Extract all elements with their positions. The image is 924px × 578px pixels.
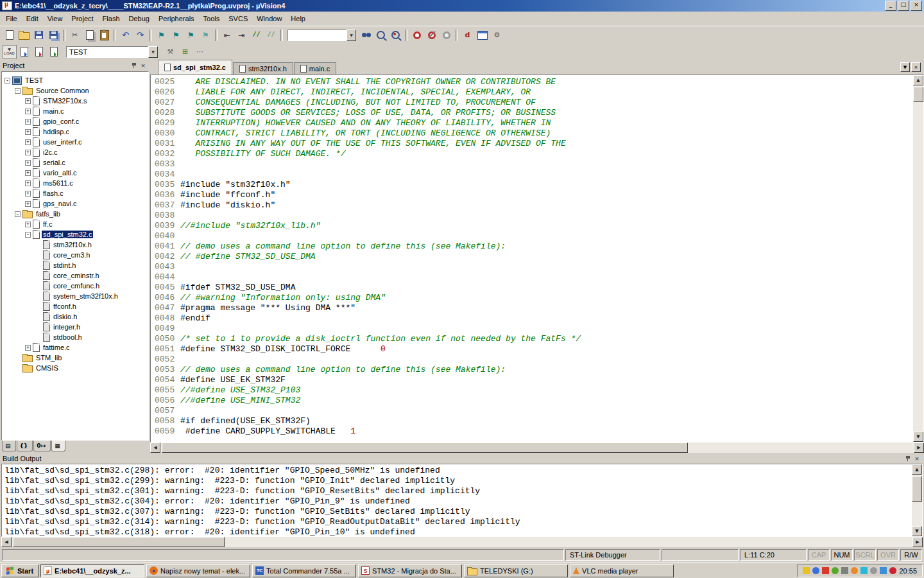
code-line[interactable]: 0049	[151, 323, 912, 333]
panel-tab-tem[interactable]: 0↦	[33, 441, 51, 451]
tree-item-gps_navi.c[interactable]: +gps_navi.c	[2, 198, 148, 209]
target-select-combobox[interactable]: TEST ▼	[66, 46, 158, 58]
close-file-button[interactable]: ×	[911, 62, 921, 72]
redo-button[interactable]: ↷	[133, 28, 148, 42]
tray-icon-3[interactable]	[822, 567, 829, 574]
bookmark-clear-button[interactable]: ⚑	[198, 28, 213, 42]
tree-item-system_stm32f10x.h[interactable]: system_stm32f10x.h	[2, 291, 148, 301]
menu-peripherals[interactable]: Peripherals	[154, 12, 199, 25]
tab-stm32f10x.h[interactable]: stm32f10x.h	[233, 62, 293, 74]
scroll-down-button[interactable]: ▼	[913, 432, 923, 442]
tree-item-stdint.h[interactable]: stdint.h	[2, 260, 148, 270]
close-button[interactable]: ×	[911, 1, 922, 11]
menu-debug[interactable]: Debug	[124, 12, 154, 25]
code-line[interactable]: 0059 #define CARD_SUPPLY_SWITCHABLE 1	[151, 426, 912, 436]
breakpoint-disable-button[interactable]	[424, 28, 439, 42]
file-extensions-button[interactable]: ⋯	[193, 45, 207, 59]
menu-project[interactable]: Project	[67, 12, 98, 25]
build-output-line[interactable]: lib\fat_sd\sd_spi_stm32.c(304): error: #…	[4, 496, 911, 507]
scroll-up-button[interactable]: ▲	[913, 75, 923, 85]
build-vertical-scrollbar[interactable]: ▲ ▼	[912, 464, 922, 536]
debug-session-button[interactable]: d	[460, 28, 475, 42]
code-line[interactable]: 0037#include "diskio.h"	[151, 200, 912, 210]
expand-icon[interactable]: +	[25, 170, 31, 176]
comment-button[interactable]: //	[249, 28, 264, 42]
start-button[interactable]: Start	[1, 565, 38, 577]
close-project-panel-button[interactable]: ×	[139, 62, 148, 70]
expand-icon[interactable]: +	[25, 129, 31, 135]
editor-horizontal-scrollbar[interactable]: ◀ ▶	[150, 442, 924, 453]
scroll-down-button[interactable]: ▼	[912, 526, 922, 536]
code-line[interactable]: 0040	[151, 231, 912, 241]
tree-item-stm32f10x.h[interactable]: stm32f10x.h	[2, 240, 148, 250]
code-line[interactable]: 0041// demo uses a command line option t…	[151, 241, 912, 251]
taskbar-button-vlc[interactable]: VLC media player	[570, 565, 674, 577]
code-line[interactable]: 0039//#include "stm32f10x_lib.h"	[151, 220, 912, 231]
tree-item-ffconf.h[interactable]: ffconf.h	[2, 301, 148, 311]
tree-item-STM_lib[interactable]: STM_lib	[2, 353, 148, 363]
expand-icon[interactable]: +	[25, 191, 31, 197]
taskbar-button-folder[interactable]: TELEDYSKI (G:)	[464, 565, 568, 577]
menu-view[interactable]: View	[43, 12, 67, 25]
copy-button[interactable]	[82, 28, 97, 42]
code-line[interactable]: 0057	[151, 405, 912, 416]
code-line[interactable]: 0026 LIABLE FOR ANY DIRECT, INDIRECT, IN…	[151, 87, 912, 97]
panel-tab-proj[interactable]: ▦	[51, 441, 65, 451]
code-line[interactable]: 0032 POSSIBILITY OF SUCH DAMAGE. */	[151, 148, 912, 159]
code-line[interactable]: 0053// demo uses a command line option t…	[151, 364, 912, 374]
code-line[interactable]: 0048#endif	[151, 313, 912, 323]
tree-item-user_interf.c[interactable]: +user_interf.c	[2, 137, 148, 147]
tree-item-gpio_conf.c[interactable]: +gpio_conf.c	[2, 116, 148, 127]
expand-icon[interactable]: +	[25, 180, 31, 186]
collapse-icon[interactable]: -	[15, 211, 21, 217]
taskbar-button-firefox[interactable]: ●Napisz nowy temat - elek...	[146, 565, 250, 577]
tree-item-flash.c[interactable]: +flash.c	[2, 188, 148, 198]
code-line[interactable]: 0058#if defined(USE_EK_STM32F)	[151, 416, 912, 426]
uncomment-button[interactable]: //	[264, 28, 278, 42]
code-line[interactable]: 0045#ifdef STM32_SD_USE_DMA	[151, 282, 912, 292]
build-horizontal-scrollbar[interactable]: ◀ ▶	[1, 537, 923, 547]
save-button[interactable]	[31, 28, 46, 42]
build-output-line[interactable]: lib\fat_sd\sd_spi_stm32.c(318): error: #…	[4, 527, 911, 536]
code-line[interactable]: 0052	[151, 354, 912, 364]
tree-item-fatfs_lib[interactable]: -fatfs_lib	[2, 209, 148, 219]
maximize-button[interactable]: □	[898, 1, 909, 11]
debug-windows-button[interactable]	[475, 28, 490, 42]
vertical-scroll-thumb[interactable]	[913, 87, 923, 102]
target-select-dropdown-button[interactable]: ▼	[148, 46, 158, 58]
tree-item-fattime.c[interactable]: +fattime.c	[2, 342, 148, 353]
tree-item-CMSIS[interactable]: CMSIS	[2, 363, 148, 373]
taskbar-button-browser[interactable]: SSTM32 - Migracja do Sta...	[358, 565, 462, 577]
tab-sd_spi_stm32.c[interactable]: sd_spi_stm32.c	[158, 60, 232, 74]
code-line[interactable]: 0044	[151, 272, 912, 282]
new-file-button[interactable]	[2, 28, 17, 42]
collapse-icon[interactable]: -	[25, 232, 31, 238]
code-line[interactable]: 0030 CONTRACT, STRICT LIABILITY, OR TORT…	[151, 128, 912, 138]
tab-main.c[interactable]: main.c	[294, 62, 336, 74]
expand-icon[interactable]: +	[25, 119, 31, 125]
pin-project-panel-button[interactable]	[130, 62, 139, 70]
paste-button[interactable]	[97, 28, 112, 42]
code-line[interactable]: 0051#define STM32_SD_DISK_IOCTRL_FORCE 0	[151, 344, 912, 354]
options-for-target-button[interactable]: ⚒	[163, 45, 178, 59]
tray-icon-7[interactable]	[860, 567, 868, 574]
code-line[interactable]: 0046// #warning "Information only: using…	[151, 292, 912, 302]
tray-icon-8[interactable]	[870, 567, 877, 574]
rebuild-button[interactable]	[46, 45, 61, 59]
tray-icon-5[interactable]	[841, 567, 848, 574]
build-output-line[interactable]: lib\fat_sd\sd_spi_stm32.c(314): warning:…	[4, 517, 911, 527]
taskbar-button-uvision[interactable]: µE:\ebc41\__odzysk_z...	[40, 565, 144, 577]
code-line[interactable]: 0027 CONSEQUENTIAL DAMAGES (INCLUDING, B…	[151, 97, 912, 107]
horizontal-scroll-thumb[interactable]	[162, 442, 688, 453]
tray-icon-6[interactable]	[851, 567, 858, 574]
minimize-button[interactable]: _	[885, 1, 896, 11]
build-output-line[interactable]: lib\fat_sd\sd_spi_stm32.c(299): warning:…	[4, 476, 911, 486]
expand-icon[interactable]: +	[25, 109, 31, 114]
code-line[interactable]: 0043	[151, 261, 912, 272]
code-line[interactable]: 0028 SUBSTITUTE GOODS OR SERVICES; LOSS …	[151, 107, 912, 118]
build-output-line[interactable]: lib\fat_sd\sd_spi_stm32.c(298): error: #…	[4, 466, 911, 476]
find-in-files-button[interactable]	[359, 28, 373, 42]
code-line[interactable]: 0034	[151, 169, 912, 179]
code-line[interactable]: 0036#include "ffconf.h"	[151, 189, 912, 200]
code-line[interactable]: 0047#pragma message "*** Using DMA ***"	[151, 302, 912, 313]
